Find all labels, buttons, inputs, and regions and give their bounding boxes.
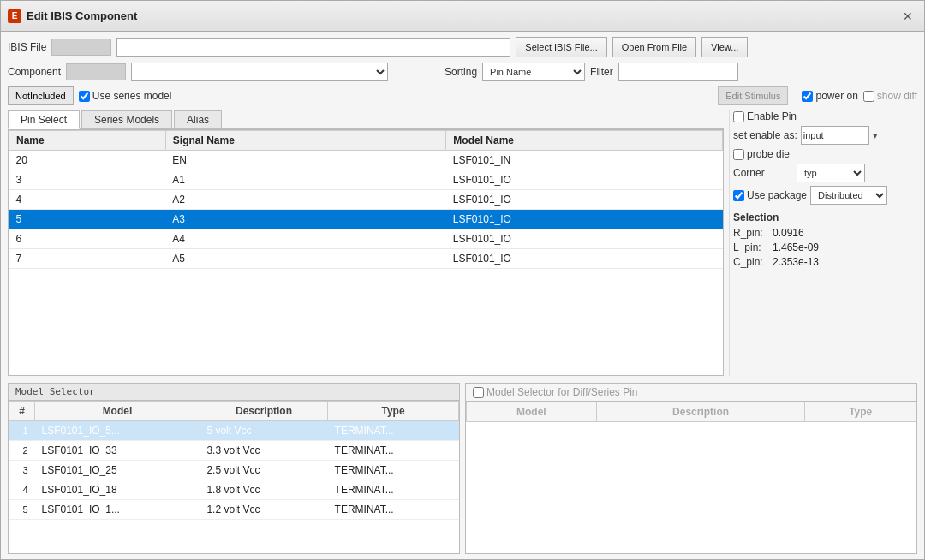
table-row[interactable]: 5 A3 LSF0101_IO xyxy=(9,210,723,229)
pin-table-body: 20 EN LSF0101_IN 3 A1 LSF0101_IO 4 A2 LS… xyxy=(9,151,723,269)
cell-desc: 1.8 volt Vcc xyxy=(200,480,327,500)
options-row: NotIncluded Use series model Edit Stimul… xyxy=(8,86,917,105)
cell-model: LSF0101_IO_1... xyxy=(35,500,200,520)
cell-num: 5 xyxy=(9,500,35,520)
model-right-table: Model Description Type xyxy=(466,402,916,422)
cell-model: LSF0101_IO_33 xyxy=(35,441,200,461)
ibis-file-input[interactable] xyxy=(116,38,510,57)
set-enable-input[interactable] xyxy=(801,126,869,145)
model-col-model: Model xyxy=(35,402,200,421)
use-package-select[interactable]: Distributed Lumped None xyxy=(810,186,887,205)
table-row[interactable]: 3 A1 LSF0101_IO xyxy=(9,170,723,190)
table-row[interactable]: 4 A2 LSF0101_IO xyxy=(9,190,723,210)
cell-type: TERMINAT... xyxy=(328,480,459,500)
cell-model: LSF0101_IO xyxy=(446,210,723,229)
cell-model: LSF0101_IO_25 xyxy=(35,461,200,480)
main-window: E Edit IBIS Component ✕ IBIS File Select… xyxy=(0,0,925,560)
table-row[interactable]: 20 EN LSF0101_IN xyxy=(9,151,723,170)
cell-desc: 3.3 volt Vcc xyxy=(200,441,327,461)
bottom-area: Model Selector # Model Description Type xyxy=(8,383,917,554)
filter-label: Filter xyxy=(590,66,613,78)
model-table-container: # Model Description Type 1 LSF0101_IO_5.… xyxy=(9,401,459,553)
table-row[interactable]: 7 A5 LSF0101_IO xyxy=(9,249,723,269)
cell-signal: A1 xyxy=(165,170,446,190)
r-pin-value: 0.0916 xyxy=(773,227,804,239)
pin-table-container: Name Signal Name Model Name 20 EN LSF010… xyxy=(8,129,724,376)
probe-die-label[interactable]: probe die xyxy=(733,148,917,160)
ibis-file-thumb xyxy=(51,39,111,56)
cell-signal: A5 xyxy=(165,249,446,269)
list-item[interactable]: 5 LSF0101_IO_1... 1.2 volt Vcc TERMINAT.… xyxy=(9,500,459,520)
model-table: # Model Description Type 1 LSF0101_IO_5.… xyxy=(9,401,459,520)
col-header-model: Model Name xyxy=(446,131,723,151)
probe-die-checkbox[interactable] xyxy=(733,149,744,160)
use-package-checkbox[interactable] xyxy=(733,190,744,201)
sorting-select[interactable]: Pin Name Pin Number Model Name xyxy=(482,63,585,81)
list-item[interactable]: 3 LSF0101_IO_25 2.5 volt Vcc TERMINAT... xyxy=(9,461,459,480)
use-package-label[interactable]: Use package xyxy=(733,189,807,201)
show-diff-checkbox[interactable] xyxy=(863,91,874,102)
pin-table: Name Signal Name Model Name 20 EN LSF010… xyxy=(9,130,723,269)
not-included-button[interactable]: NotIncluded xyxy=(8,86,74,105)
power-on-label[interactable]: power on xyxy=(802,90,857,102)
tab-series-models[interactable]: Series Models xyxy=(81,110,172,128)
sorting-label: Sorting xyxy=(445,66,477,78)
use-series-model-checkbox[interactable] xyxy=(79,91,90,102)
l-pin-label: L_pin: xyxy=(733,241,767,253)
open-from-file-button[interactable]: Open From File xyxy=(612,37,696,57)
model-col-desc: Description xyxy=(200,402,327,421)
list-item[interactable]: 2 LSF0101_IO_33 3.3 volt Vcc TERMINAT... xyxy=(9,441,459,461)
cell-name: 7 xyxy=(9,249,166,269)
tab-pin-select[interactable]: Pin Select xyxy=(8,110,80,129)
cell-name: 6 xyxy=(9,229,166,249)
close-button[interactable]: ✕ xyxy=(898,7,917,26)
model-right-col-desc: Description xyxy=(596,402,805,422)
cell-desc: 2.5 volt Vcc xyxy=(200,461,327,480)
cell-model: LSF0101_IO xyxy=(446,229,723,249)
diff-series-checkbox-label[interactable]: Model Selector for Diff/Series Pin xyxy=(473,386,638,398)
tab-alias[interactable]: Alias xyxy=(174,110,222,128)
col-header-signal: Signal Name xyxy=(165,131,446,151)
view-button[interactable]: View... xyxy=(701,37,748,57)
set-enable-row: set enable as: ▾ xyxy=(733,126,917,145)
filter-input[interactable] xyxy=(618,63,738,81)
enable-pin-checkbox[interactable] xyxy=(733,111,744,122)
cell-model: LSF0101_IN xyxy=(446,151,723,170)
select-ibis-button[interactable]: Select IBIS File... xyxy=(516,37,606,57)
model-selector-panel: Model Selector # Model Description Type xyxy=(8,383,460,554)
model-selector-panel-right: Model Selector for Diff/Series Pin Model… xyxy=(465,383,917,554)
ibis-file-label: IBIS File xyxy=(8,41,46,53)
component-select[interactable] xyxy=(131,63,388,81)
c-pin-label: C_pin: xyxy=(733,256,767,268)
model-right-col-model: Model xyxy=(467,402,597,422)
cell-num: 2 xyxy=(9,441,35,461)
cell-type: TERMINAT... xyxy=(328,500,459,520)
component-row: Component Sorting Pin Name Pin Number Mo… xyxy=(8,63,917,81)
corner-select[interactable]: typ fast slow xyxy=(797,164,865,182)
diff-series-checkbox[interactable] xyxy=(473,387,484,398)
main-area: Pin Select Series Models Alias Name Sign… xyxy=(8,110,917,376)
model-selector-title: Model Selector xyxy=(15,386,95,397)
use-series-model-label[interactable]: Use series model xyxy=(79,90,172,102)
cell-desc: 5 volt Vcc xyxy=(200,421,327,441)
table-row[interactable]: 6 A4 LSF0101_IO xyxy=(9,229,723,249)
list-item[interactable]: 4 LSF0101_IO_18 1.8 volt Vcc TERMINAT... xyxy=(9,480,459,500)
cell-desc: 1.2 volt Vcc xyxy=(200,500,327,520)
list-item[interactable]: 1 LSF0101_IO_5... 5 volt Vcc TERMINAT... xyxy=(9,421,459,441)
titlebar-left: E Edit IBIS Component xyxy=(8,9,137,23)
model-col-num: # xyxy=(9,402,35,421)
cell-signal: A3 xyxy=(165,210,446,229)
col-header-name: Name xyxy=(9,131,166,151)
r-pin-label: R_pin: xyxy=(733,227,767,239)
left-panel: Pin Select Series Models Alias Name Sign… xyxy=(8,110,724,376)
power-on-checkbox[interactable] xyxy=(802,91,813,102)
model-right-table-container: Model Description Type xyxy=(466,402,916,553)
main-content: IBIS File Select IBIS File... Open From … xyxy=(1,32,924,559)
cell-model: LSF0101_IO_5... xyxy=(35,421,200,441)
titlebar: E Edit IBIS Component ✕ xyxy=(1,1,924,32)
l-pin-row: L_pin: 1.465e-09 xyxy=(733,241,917,253)
enable-pin-label[interactable]: Enable Pin xyxy=(733,110,917,122)
app-icon: E xyxy=(8,9,21,23)
cell-num: 3 xyxy=(9,461,35,480)
show-diff-label[interactable]: show diff xyxy=(863,90,917,102)
